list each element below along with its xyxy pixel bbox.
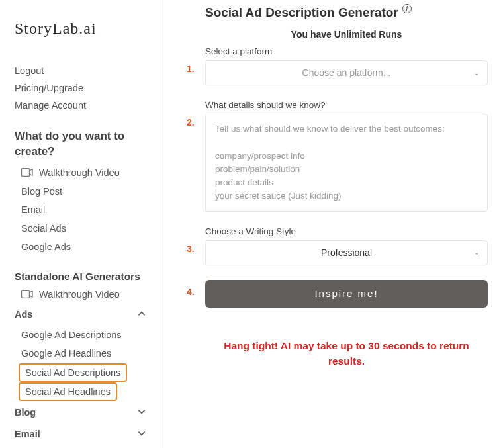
chevron-down-icon: ⌄ — [474, 69, 479, 77]
sidebar-item-label: Walkthrough Video — [39, 167, 120, 178]
group-label: Ads — [15, 309, 32, 320]
sidebar-item-social-ads[interactable]: Social Ads — [15, 219, 146, 238]
runs-subtitle: You have Unlimited Runs — [205, 29, 488, 40]
chevron-down-icon: ⌄ — [474, 249, 479, 256]
writing-style-select[interactable]: Professional ⌄ — [205, 240, 488, 265]
step-number-4: 4. — [187, 287, 195, 297]
sidebar-item-standalone-walkthrough[interactable]: Walkthrough Video — [15, 285, 146, 304]
create-heading: What do you want to create? — [15, 129, 146, 159]
page-title: Social Ad Description Generator — [205, 5, 398, 20]
wait-message: Hang tight! AI may take up to 30 seconds… — [205, 338, 488, 369]
step2-label: What details should we know? — [205, 100, 488, 110]
select-value: Professional — [321, 247, 372, 258]
chevron-up-icon — [137, 309, 146, 320]
email-group-toggle[interactable]: Email — [15, 424, 146, 445]
details-textarea[interactable]: Tell us what should we know to deliver t… — [205, 114, 488, 212]
inspire-me-button[interactable]: Inspire me! — [205, 280, 488, 308]
svg-rect-1 — [22, 291, 30, 298]
step1-label: Select a platform — [205, 46, 488, 56]
platform-select[interactable]: Choose an platform... ⌄ — [205, 60, 488, 85]
sidebar-item-label: Google Ad Descriptions — [21, 330, 122, 340]
sidebar: StoryLab.ai Logout Pricing/Upgrade Manag… — [0, 0, 161, 448]
sidebar-item-label: Google Ads — [21, 242, 71, 252]
chevron-down-icon — [137, 407, 146, 418]
step3-label: Choose a Writing Style — [205, 226, 488, 236]
sidebar-item-google-ads[interactable]: Google Ads — [15, 238, 146, 256]
chevron-down-icon — [137, 429, 146, 440]
ads-group-toggle[interactable]: Ads — [15, 304, 146, 326]
nav-manage-account[interactable]: Manage Account — [15, 100, 146, 111]
main-content: Social Ad Description Generator i You ha… — [161, 0, 501, 448]
logo: StoryLab.ai — [15, 20, 146, 38]
group-label: Blog — [15, 407, 36, 418]
sidebar-item-google-ad-descriptions[interactable]: Google Ad Descriptions — [15, 326, 146, 344]
video-icon — [21, 168, 33, 177]
sidebar-item-label: Blog Post — [21, 186, 62, 197]
video-icon — [21, 290, 33, 298]
sidebar-item-blog-post[interactable]: Blog Post — [15, 182, 146, 201]
svg-rect-0 — [22, 169, 30, 177]
step-number-3: 3. — [187, 244, 195, 254]
sidebar-item-email[interactable]: Email — [15, 201, 146, 219]
sidebar-item-social-ad-headlines[interactable]: Social Ad Headlines — [19, 382, 117, 401]
sidebar-item-label: Google Ad Headlines — [21, 348, 111, 359]
group-label: Email — [15, 429, 40, 439]
step-number-2: 2. — [187, 117, 195, 128]
nav-pricing[interactable]: Pricing/Upgrade — [15, 83, 146, 93]
step-number-1: 1. — [187, 64, 195, 74]
sidebar-item-google-ad-headlines[interactable]: Google Ad Headlines — [15, 344, 146, 363]
sidebar-item-walkthrough-video[interactable]: Walkthrough Video — [15, 163, 146, 182]
info-icon[interactable]: i — [402, 4, 412, 13]
sidebar-item-label: Email — [21, 204, 45, 215]
sidebar-item-social-ad-descriptions[interactable]: Social Ad Descriptions — [19, 363, 127, 382]
sidebar-item-label: Walkthrough Video — [39, 289, 120, 300]
blog-group-toggle[interactable]: Blog — [15, 402, 146, 424]
sidebar-item-label: Social Ads — [21, 223, 66, 234]
standalone-heading: Standalone AI Generators — [15, 271, 146, 283]
select-placeholder: Choose an platform... — [302, 67, 391, 78]
nav-logout[interactable]: Logout — [15, 66, 146, 76]
